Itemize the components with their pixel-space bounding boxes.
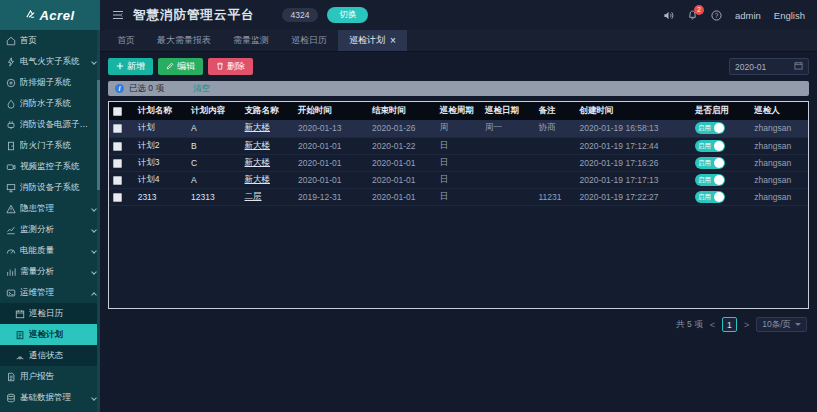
edit-button[interactable]: 编辑 (158, 58, 203, 75)
brand-logo: Acrel (0, 0, 100, 30)
branch-link[interactable]: 二层 (245, 191, 262, 201)
column-header-end: 结束时间 (368, 102, 436, 120)
cell-date (481, 154, 534, 171)
tab-需量监测[interactable]: 需量监测 (222, 30, 280, 51)
table-row: 231312313二层2019-12-312020-01-01日11231202… (109, 188, 808, 205)
branch-link[interactable]: 新大楼 (245, 157, 271, 167)
cell-branch: 新大楼 (241, 120, 294, 137)
sidebar-item-消防设备电源子系统[interactable]: 消防设备电源子系统 (0, 114, 100, 135)
row-checkbox[interactable] (113, 124, 122, 133)
sidebar-nav: 首页电气火灾子系统防排烟子系统消防水子系统消防设备电源子系统防火门子系统视频监控… (0, 30, 100, 412)
branch-link[interactable]: 新大楼 (245, 140, 271, 150)
enabled-toggle[interactable]: 启用 (695, 140, 725, 152)
table-row: 计划2B新大楼2020-01-012020-01-22日2020-01-19 1… (109, 137, 808, 154)
cell-created: 2020-01-19 17:17:13 (576, 171, 691, 188)
branch-link[interactable]: 新大楼 (245, 174, 271, 184)
username[interactable]: admin (735, 10, 761, 21)
sidebar-item-消防水子系统[interactable]: 消防水子系统 (0, 93, 100, 114)
enabled-toggle[interactable]: 启用 (695, 157, 725, 169)
month-picker[interactable]: 2020-01 (729, 58, 809, 75)
add-button[interactable]: 新增 (108, 58, 153, 75)
sidebar-item-label: 巡检计划 (29, 329, 90, 341)
cell-name: 2313 (134, 188, 187, 205)
delete-button[interactable]: 删除 (208, 58, 253, 75)
tab-label: 首页 (117, 34, 135, 47)
sidebar-item-消防设备子系统[interactable]: 消防设备子系统 (0, 177, 100, 198)
current-page-button[interactable]: 1 (722, 317, 737, 332)
sidebar-item-监测分析[interactable]: 监测分析 (0, 219, 100, 240)
notifications-bell-icon[interactable]: 2 (687, 10, 698, 21)
sidebar-item-用户报告[interactable]: 用户报告 (0, 366, 100, 387)
branch-link[interactable]: 新大楼 (245, 122, 271, 132)
sidebar-item-通信状态[interactable]: 通信状态 (0, 345, 100, 366)
sidebar-scrollbar[interactable] (97, 30, 100, 412)
sidebar: Acrel 首页电气火灾子系统防排烟子系统消防水子系统消防设备电源子系统防火门子… (0, 0, 100, 412)
toolbar: 新增 编辑 删除 2020-01 (108, 58, 809, 75)
sidebar-item-电气火灾子系统[interactable]: 电气火灾子系统 (0, 51, 100, 72)
sidebar-item-label: 防排烟子系统 (20, 77, 90, 89)
electric-icon (6, 57, 16, 67)
cell-date: 周一 (481, 120, 534, 137)
sidebar-item-巡检日历[interactable]: 巡检日历 (0, 303, 100, 324)
sidebar-item-电能质量[interactable]: 电能质量 (0, 240, 100, 261)
sidebar-item-巡检计划[interactable]: 巡检计划 (0, 324, 100, 345)
sidebar-item-运维管理[interactable]: 运维管理 (0, 282, 100, 303)
sidebar-item-label: 电气火灾子系统 (20, 56, 90, 68)
sidebar-item-需量分析[interactable]: 需量分析 (0, 261, 100, 282)
sidebar-item-隐患管理[interactable]: 隐患管理 (0, 198, 100, 219)
page-size-select[interactable]: 10条/页 (756, 317, 807, 332)
tab-label: 巡检日历 (291, 34, 327, 47)
sidebar-item-系统设置[interactable]: 系统设置 (0, 408, 100, 412)
row-checkbox[interactable] (113, 142, 122, 151)
selection-text: 已选 0 项 (129, 83, 164, 95)
tab-最大需量报表[interactable]: 最大需量报表 (146, 30, 222, 51)
row-checkbox[interactable] (113, 176, 122, 185)
cell-name: 计划 (134, 120, 187, 137)
tab-巡检计划[interactable]: 巡检计划× (338, 30, 407, 51)
table-row: 计划3C新大楼2020-01-012020-01-01日2020-01-19 1… (109, 154, 808, 171)
tab-巡检日历[interactable]: 巡检日历 (280, 30, 338, 51)
cell-date (481, 137, 534, 154)
close-tab-icon[interactable]: × (390, 36, 396, 46)
info-icon: i (115, 84, 124, 93)
brand-name: Acrel (39, 8, 74, 23)
enabled-toggle[interactable]: 启用 (695, 174, 725, 186)
sidebar-item-label: 通信状态 (29, 350, 90, 362)
cell-enabled: 启用 (691, 137, 751, 154)
sidebar-item-视频监控子系统[interactable]: 视频监控子系统 (0, 156, 100, 177)
cell-date (481, 188, 534, 205)
enabled-toggle[interactable]: 启用 (695, 122, 725, 134)
column-header-inspector: 巡检人 (750, 102, 808, 120)
sound-icon[interactable] (663, 10, 674, 21)
cell-cycle: 日 (436, 188, 481, 205)
tab-label: 最大需量报表 (157, 34, 211, 47)
chevron-up-icon (91, 292, 97, 298)
calendar-small-icon (794, 61, 803, 72)
help-icon[interactable]: ? (711, 10, 722, 21)
enabled-toggle[interactable]: 启用 (695, 191, 725, 203)
next-page-button[interactable]: > (744, 320, 749, 330)
row-checkbox[interactable] (113, 159, 122, 168)
sidebar-item-防火门子系统[interactable]: 防火门子系统 (0, 135, 100, 156)
tab-首页[interactable]: 首页 (106, 30, 146, 51)
switch-button[interactable]: 切换 (327, 7, 368, 23)
plus-icon (116, 62, 124, 72)
cell-start: 2019-12-31 (294, 188, 368, 205)
cell-inspector: zhangsan (750, 120, 808, 137)
prev-page-button[interactable]: < (710, 320, 715, 330)
door-icon (6, 141, 16, 151)
clear-selection-link[interactable]: 清空 (193, 83, 210, 95)
select-all-checkbox[interactable] (113, 107, 122, 116)
sidebar-scrollbar-thumb[interactable] (97, 80, 100, 190)
cell-created: 2020-01-19 17:16:26 (576, 154, 691, 171)
cell-enabled: 启用 (691, 154, 751, 171)
cell-branch: 新大楼 (241, 154, 294, 171)
menu-fold-icon[interactable] (112, 9, 124, 21)
cell-inspector: zhangsan (750, 171, 808, 188)
sidebar-item-首页[interactable]: 首页 (0, 30, 100, 51)
row-checkbox[interactable] (113, 193, 122, 202)
language-switch[interactable]: English (774, 10, 805, 21)
sidebar-item-基础数据管理[interactable]: 基础数据管理 (0, 387, 100, 408)
sidebar-item-防排烟子系统[interactable]: 防排烟子系统 (0, 72, 100, 93)
cell-content: A (187, 171, 240, 188)
